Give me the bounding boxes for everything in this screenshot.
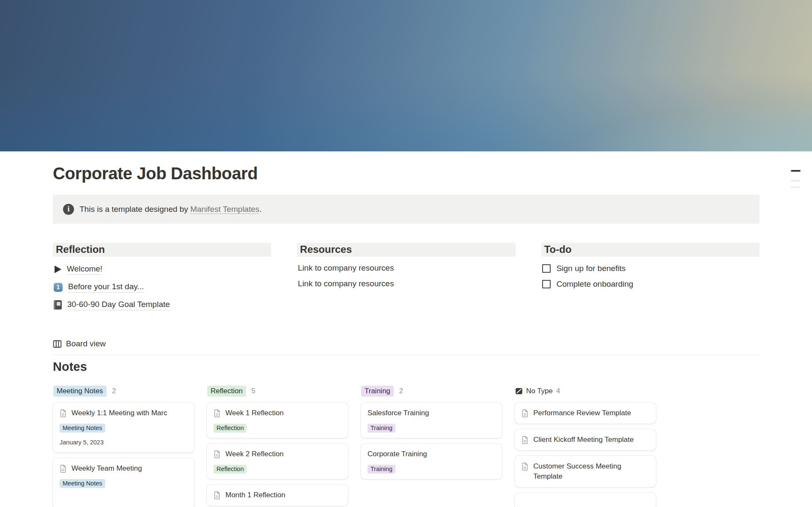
board-card[interactable]: Month 1 Reflection [207,485,348,506]
group-no-type: No Type 4 Performance Review Template [515,385,656,507]
group-meeting-notes: Meeting Notes 2 Weekly 1:1 Meeting with … [53,385,194,507]
card-tag: Training [368,465,395,474]
page-icon [214,491,221,499]
page-body: Corporate Job Dashboard i This is a temp… [0,164,812,507]
card-title: Client Kickoff Meeting Template [533,435,634,445]
card-date: January 5, 2023 [60,438,187,447]
group-count: 5 [252,387,255,395]
board-card[interactable]: Corporate Training Training [361,444,502,479]
page-icon [214,409,221,417]
card-title: Customer Success Meeting Template [533,461,634,482]
cover-image [0,0,812,151]
column-reflection: Reflection Welcome! 1 Before your 1st da… [53,243,271,314]
resources-heading: Resources [297,243,515,257]
notebook-icon [54,300,62,310]
board-card[interactable]: Client Kickoff Meeting Template [515,429,656,450]
board-view-label: Board view [66,339,106,348]
card-title: Week 1 Reflection [225,408,284,418]
group-name-tag: Reflection [207,386,246,397]
card-title: Corporate Training [368,449,427,459]
group-name-tag: Training [361,386,394,397]
toc-bar [791,180,800,181]
board-card[interactable]: Salesforce Training Training [361,403,502,438]
column-todo: To-do Sign up for benefits Complete onbo… [541,243,760,314]
card-tag: Reflection [214,424,247,433]
group-reflection: Reflection 5 Week 1 Reflection Reflectio… [207,385,348,507]
todo-item: Sign up for benefits [541,260,760,276]
page-icon [521,463,529,471]
callout-text-before: This is a template designed by [80,205,188,214]
table-of-contents-icon[interactable] [791,170,801,188]
one-keycap-icon: 1 [54,283,63,292]
card-tag: Training [368,424,395,433]
board-card[interactable]: Performance Review Template [515,403,656,424]
page-link-row[interactable]: 30-60-90 Day Goal Template [53,296,271,314]
callout: i This is a template designed by Manifes… [53,195,760,224]
page-icon [60,409,67,417]
welcome-page-link[interactable]: Welcome! [67,264,102,275]
todo-label: Complete onboarding [557,280,634,289]
resource-link-text: Link to company resources [297,260,515,276]
card-title: Weekly 1:1 Meeting with Marc [71,408,167,418]
group-count: 2 [112,387,116,395]
checkbox-unchecked[interactable] [542,264,551,273]
top-columns: Reflection Welcome! 1 Before your 1st da… [53,243,760,314]
board-card[interactable]: Week 2 Reflection Reflection [207,444,348,479]
group-header[interactable]: Meeting Notes 2 [53,385,194,397]
card-title: Weekly Team Meeting [71,463,142,474]
resource-link-text: Link to company resources [297,276,515,292]
page-icon [521,436,529,444]
group-count: 4 [556,387,560,395]
board-card[interactable]: Weekly 1:1 Meeting with Marc Meeting Not… [53,403,194,452]
group-name: No Type [526,387,553,395]
card-title: Salesforce Training [368,408,429,418]
board-card-partial[interactable] [515,493,656,507]
board-card[interactable]: Weekly Team Meeting Meeting Notes [53,458,194,507]
todo-item: Complete onboarding [541,276,760,292]
no-type-icon [515,387,523,395]
board-card[interactable]: Customer Success Meeting Template [515,456,656,487]
column-resources: Resources Link to company resources Link… [297,243,515,314]
info-icon: i [63,204,74,215]
reflection-heading: Reflection [53,243,271,257]
divider [53,355,760,355]
card-title: Performance Review Template [533,408,631,418]
page-icon [214,450,221,458]
board-view-icon [53,340,62,348]
todo-heading: To-do [541,243,760,257]
card-tag: Meeting Notes [60,424,105,433]
page-title[interactable]: Corporate Job Dashboard [53,164,760,183]
callout-text-after: . [259,205,261,214]
group-training: Training 2 Salesforce Training Training … [361,385,502,485]
group-count: 2 [399,387,403,395]
play-icon [55,266,61,273]
board-view-tab[interactable]: Board view [53,338,760,349]
todo-label: Sign up for benefits [557,264,626,273]
page-icon [521,409,529,417]
card-title: Week 2 Reflection [225,449,284,459]
goal-template-page-link[interactable]: 30-60-90 Day Goal Template [67,300,170,310]
page-link-row[interactable]: Welcome! [53,260,271,278]
card-tag: Reflection [214,465,247,474]
board-card[interactable]: Week 1 Reflection Reflection [207,403,348,438]
board: Meeting Notes 2 Weekly 1:1 Meeting with … [53,385,760,507]
callout-text: This is a template designed by Manifest … [80,205,262,214]
group-name-tag: Meeting Notes [53,386,107,397]
group-header[interactable]: Reflection 5 [207,385,348,397]
card-title: Month 1 Reflection [225,490,285,500]
toc-bar [791,186,800,188]
page-link-row[interactable]: 1 Before your 1st day... [53,278,271,296]
toc-bar [791,170,801,172]
before-first-day-page-link[interactable]: Before your 1st day... [68,282,144,293]
checkbox-unchecked[interactable] [542,280,551,288]
page-icon [60,465,67,473]
manifest-templates-link[interactable]: Manifest Templates [190,205,259,214]
notes-section-title: Notes [53,360,760,374]
group-header[interactable]: No Type 4 [515,385,656,397]
group-header[interactable]: Training 2 [361,385,502,397]
card-tag: Meeting Notes [60,479,105,488]
